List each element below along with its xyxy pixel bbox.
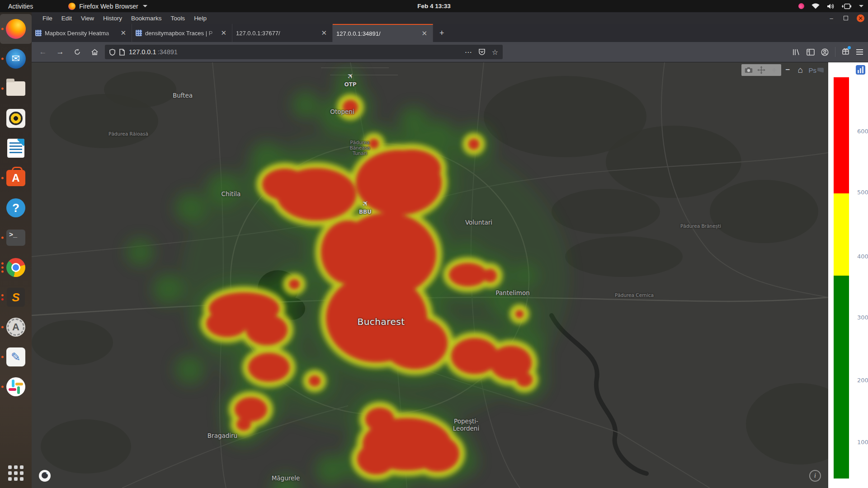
plotly-logo[interactable] bbox=[856, 65, 865, 75]
tab-3[interactable]: 127.0.0.1:37677/✕ bbox=[232, 24, 333, 42]
dock-item-text-editor[interactable]: ✎ bbox=[0, 342, 32, 372]
tracking-shield-icon bbox=[109, 49, 115, 56]
attribution-info-button[interactable]: i bbox=[809, 470, 821, 482]
menu-tools[interactable]: Tools bbox=[166, 15, 190, 22]
colorbar-tick-label: 1000 bbox=[857, 439, 868, 446]
clock[interactable]: Feb 4 13:33 bbox=[417, 3, 451, 9]
maximize-button[interactable] bbox=[844, 16, 848, 20]
dock-item-thunderbird[interactable]: ✉ bbox=[0, 44, 32, 74]
pocket-icon[interactable] bbox=[478, 48, 486, 56]
tab-strip: Mapbox Density Heatma✕densitymapbox Trac… bbox=[32, 24, 868, 42]
close-button[interactable]: ✕ bbox=[857, 14, 864, 22]
dock-item-app-grid[interactable] bbox=[0, 458, 32, 488]
dock-item-sublime-text[interactable]: S bbox=[0, 282, 32, 312]
map-label: Buftea bbox=[173, 92, 193, 99]
colorbar: 600050004000300020001000 bbox=[834, 77, 849, 479]
running-indicator bbox=[1, 88, 4, 90]
menu-file[interactable]: File bbox=[38, 15, 57, 22]
slack-indicator-icon bbox=[798, 3, 804, 9]
url-bar[interactable]: 127.0.0.1:34891 ⋯ ☆ bbox=[105, 45, 503, 59]
running-indicator bbox=[1, 263, 4, 273]
airport-code-label: BBU bbox=[359, 209, 372, 215]
map-label: Bucharest bbox=[357, 316, 405, 327]
modebar-camera-button[interactable] bbox=[742, 65, 755, 75]
account-icon[interactable] bbox=[821, 48, 829, 56]
chrome-icon bbox=[6, 258, 25, 277]
modebar-zoom-out-button[interactable]: − bbox=[781, 65, 794, 75]
map-label: Chitila bbox=[222, 190, 241, 197]
rhythmbox-icon bbox=[6, 109, 25, 128]
forward-button[interactable]: → bbox=[53, 45, 67, 59]
firefox-mini-icon bbox=[68, 3, 75, 10]
app-grid-icon bbox=[8, 465, 24, 481]
dock-item-firefox[interactable] bbox=[0, 14, 32, 44]
modebar-reset-view-button[interactable]: ⌂ bbox=[794, 65, 807, 75]
page-actions-icon[interactable]: ⋯ bbox=[465, 48, 472, 56]
artifact-text: Ps bbox=[808, 66, 816, 74]
dock-item-files[interactable] bbox=[0, 74, 32, 103]
menu-view[interactable]: View bbox=[76, 15, 99, 22]
map-label: Pădurea Brănești bbox=[680, 223, 721, 229]
menu-bookmarks[interactable]: Bookmarks bbox=[127, 15, 166, 22]
page-content: BufteaPădurea RăioasăOtopeniPădurea Băne… bbox=[32, 62, 868, 488]
url-port: :34891 bbox=[157, 48, 177, 56]
chevron-down-icon bbox=[859, 5, 863, 7]
new-tab-button[interactable]: + bbox=[433, 24, 451, 42]
dock-item-ubuntu-software[interactable]: A bbox=[0, 163, 32, 193]
airport-code-label: OTP bbox=[344, 81, 356, 88]
tab-close-icon[interactable]: ✕ bbox=[420, 28, 429, 38]
tab-2[interactable]: densitymapbox Traces | P✕ bbox=[132, 24, 232, 42]
url-host: 127.0.0.1 bbox=[129, 48, 156, 56]
dock-item-rhythmbox[interactable] bbox=[0, 103, 32, 133]
modebar-pan-button[interactable] bbox=[755, 65, 768, 75]
dock-item-terminal[interactable]: >_ bbox=[0, 223, 32, 253]
tab-close-icon[interactable]: ✕ bbox=[118, 28, 128, 38]
library-icon[interactable] bbox=[792, 48, 800, 56]
modebar-zoom-in-button[interactable]: + bbox=[768, 65, 780, 75]
back-button[interactable]: ← bbox=[36, 45, 50, 59]
reload-button[interactable] bbox=[71, 45, 84, 59]
tab-favicon bbox=[136, 30, 142, 36]
tab-close-icon[interactable]: ✕ bbox=[319, 28, 329, 38]
app-menu-button[interactable]: Firefox Web Browser bbox=[68, 3, 147, 10]
wifi-icon bbox=[811, 3, 820, 9]
tab-1[interactable]: Mapbox Density Heatma✕ bbox=[32, 24, 132, 42]
os-top-bar: Activities Firefox Web Browser Feb 4 13:… bbox=[0, 0, 868, 12]
map-label: Voluntari bbox=[465, 219, 492, 226]
running-indicator bbox=[1, 28, 4, 30]
tab-close-icon[interactable]: ✕ bbox=[219, 28, 228, 38]
map-label: Pădurea Răioasă bbox=[108, 131, 148, 136]
density-map-canvas[interactable]: BufteaPădurea RăioasăOtopeniPădurea Băne… bbox=[32, 62, 828, 488]
sidebar-icon[interactable] bbox=[807, 49, 815, 56]
dock-item-software-updater[interactable]: A bbox=[0, 312, 32, 342]
plotly-modebar: + − ⌂ Ps bbox=[741, 64, 826, 76]
colorbar-panel: 600050004000300020001000 bbox=[828, 62, 868, 488]
bookmark-star-icon[interactable]: ☆ bbox=[492, 48, 498, 56]
whats-new-gift-icon[interactable] bbox=[842, 47, 849, 57]
menu-history[interactable]: History bbox=[99, 15, 127, 22]
ubuntu-software-icon: A bbox=[6, 170, 25, 186]
menu-help[interactable]: Help bbox=[189, 15, 211, 22]
colorbar-tick-label: 3000 bbox=[857, 314, 868, 321]
colorbar-segment bbox=[834, 77, 849, 193]
files-icon bbox=[6, 81, 25, 96]
activities-button[interactable]: Activities bbox=[0, 3, 41, 10]
running-indicator bbox=[1, 177, 4, 179]
dock-item-chrome[interactable] bbox=[0, 253, 32, 282]
volume-icon bbox=[827, 3, 835, 9]
home-button[interactable] bbox=[88, 45, 101, 59]
menu-edit[interactable]: Edit bbox=[57, 15, 76, 22]
mapbox-logo[interactable] bbox=[39, 470, 51, 482]
tab-title: densitymapbox Traces | P bbox=[145, 30, 219, 37]
map-label: Otopeni bbox=[330, 108, 354, 115]
minimize-button[interactable]: – bbox=[828, 15, 835, 22]
dock: ✉A?>_SA✎ bbox=[0, 12, 32, 488]
dock-item-libreoffice-writer[interactable] bbox=[0, 133, 32, 163]
tab-title: 127.0.0.1:37677/ bbox=[236, 30, 319, 37]
system-tray[interactable] bbox=[798, 3, 863, 9]
dock-item-help[interactable]: ? bbox=[0, 193, 32, 223]
dock-item-slack[interactable] bbox=[0, 372, 32, 402]
hamburger-menu-icon[interactable] bbox=[856, 49, 863, 55]
toolbar-separator bbox=[835, 47, 835, 57]
tab-4[interactable]: 127.0.0.1:34891/✕ bbox=[333, 24, 433, 42]
